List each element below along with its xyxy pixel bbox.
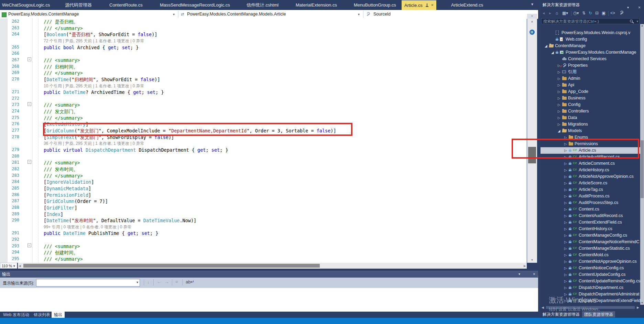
tab-wechatsougoulogic-cs[interactable]: WeChatSougouLogic.cs (2, 0, 50, 10)
chevron-expanded-icon[interactable]: ◢ (545, 43, 547, 49)
back-icon[interactable]: ◂ (543, 11, 545, 15)
tree-item-contentmanagestatistic-cs[interactable]: ▷C#ContentManageStatistic.cs (541, 245, 640, 252)
scroll-down-icon[interactable]: ▼ (527, 258, 537, 262)
scroll-left-icon[interactable]: ◀ (19, 264, 21, 268)
tab-contentroute-cs[interactable]: ContentRoute.cs (109, 0, 143, 10)
code-line-272[interactable]: 272 (0, 96, 527, 102)
chevron-collapsed-icon[interactable]: ▷ (564, 199, 567, 206)
tree-item-articletag-cs[interactable]: ▷C#ArticleTag.cs (541, 186, 640, 193)
project-dropdown[interactable]: PowerEasy.Modules.ContentManage (8, 10, 79, 19)
scroll-up-icon[interactable]: ▲ (640, 24, 644, 27)
properties-icon[interactable] (619, 11, 624, 16)
tree-item-auditprocess-cs[interactable]: ▷C#AuditProcess.cs (541, 193, 640, 199)
code-line-289[interactable]: 289[Index] (0, 212, 527, 218)
tree-item-powereasy-modules-contentmanage[interactable]: ◢PowerEasy.Modules.ContentManage (541, 49, 640, 56)
tree-item-content-cs[interactable]: ▷C#Content.cs (541, 206, 640, 213)
chevron-down-icon[interactable]: ▾ (636, 19, 638, 24)
code-line-292[interactable]: 292 (0, 237, 527, 244)
pending-changes-filter-icon[interactable]: ◷▾ (573, 11, 579, 15)
fold-collapse-icon[interactable]: − (28, 102, 31, 106)
chevron-collapsed-icon[interactable]: ▷ (558, 95, 560, 101)
tree-item-migrations[interactable]: ▷Migrations (541, 121, 640, 128)
bottom-tab-error-list[interactable]: 错误列表 (31, 312, 53, 318)
pin-icon[interactable] (425, 3, 428, 7)
tab-menubuttongroup-cs[interactable]: MenuButtonGroup.cs (354, 0, 396, 10)
tree-item-dispatchdepartment-cs[interactable]: ▷C#DispatchDepartment.cs (541, 284, 640, 291)
chevron-collapsed-icon[interactable]: ▷ (564, 252, 567, 258)
switch-views-icon[interactable]: ▦▾ (562, 11, 568, 15)
codelens-info[interactable]: 36 个引用 | 尹磊, 295 天前 | 1 名作者, 1 项更改 | 0 异… (44, 141, 144, 147)
clear-all-icon[interactable]: ≡ (175, 279, 178, 284)
chevron-collapsed-icon[interactable]: ▷ (564, 265, 567, 271)
tree-item-models[interactable]: ◢Models (541, 128, 640, 134)
output-panel-titlebar[interactable]: 输出 ▾ × (0, 271, 538, 278)
tree-item-auditprocessstep-cs[interactable]: ▷C#AuditProcessStep.cs (541, 199, 640, 206)
fold-collapse-icon[interactable]: − (28, 160, 31, 164)
code-line-269[interactable]: 269/// </summary> (0, 70, 527, 77)
tree-item-web-config[interactable]: Web.config (541, 36, 640, 43)
tab-materialextension-cs[interactable]: MaterialExtension.cs (296, 0, 337, 10)
chevron-collapsed-icon[interactable]: ▷ (564, 167, 567, 173)
code-line-286[interactable]: 286[PermissionField] (0, 192, 527, 199)
chevron-collapsed-icon[interactable]: ▷ (558, 75, 560, 82)
scrollbar-thumb[interactable] (23, 264, 320, 268)
code-line-293[interactable]: 293−/// <summary> (0, 244, 527, 250)
tree-item-connected-services[interactable]: Connected Services (541, 56, 640, 62)
tree-item-contentupdateconfig-cs[interactable]: ▷C#ContentUpdateConfig.cs (541, 271, 640, 278)
tree-item-contentupdateremindconfig-cs[interactable]: ▷C#ContentUpdateRemindConfig.cs (541, 278, 640, 284)
code-line-274[interactable]: 274/// 发文部门。 (0, 109, 527, 115)
codelens-info[interactable]: 10 个引用 | 尹磊, 295 天前 | 1 名作者, 1 项更改 | 0 异… (44, 83, 144, 89)
bottom-tab-output[interactable]: 输出 (52, 312, 65, 318)
tree-item-config[interactable]: ▷Config (541, 101, 640, 108)
tree-item-contentmold-cs[interactable]: ▷C#ContentMold.cs (541, 252, 640, 258)
bottom-tab-web-publish[interactable]: Web 发布活动 (1, 312, 32, 318)
tree-vertical-scrollbar[interactable]: ▲ ▼ (640, 24, 644, 305)
chevron-collapsed-icon[interactable]: ▷ (564, 213, 567, 219)
window-menu-icon[interactable]: ▾ (519, 271, 520, 278)
chevron-collapsed-icon[interactable]: ▷ (564, 258, 567, 265)
home-icon[interactable]: ⌂ (556, 11, 558, 15)
goto-next-message-icon[interactable]: ← (157, 279, 161, 284)
scroll-right-icon[interactable]: ▶ (524, 264, 526, 268)
code-line-262[interactable]: 262/// 是否归档。 (0, 19, 527, 25)
view-code-icon[interactable]: <> (610, 11, 615, 15)
tree-item-contentmanage[interactable]: ◢ContentManage (541, 43, 640, 49)
fold-collapse-icon[interactable]: − (28, 244, 31, 247)
codelens-info[interactable]: 99+ 引用 | 0 项更改 | 0 名作者, 0 项更改 | 0 异常 (44, 224, 132, 230)
tree-item-controllers[interactable]: ▷Controllers (541, 108, 640, 115)
code-line-285[interactable]: 285[DynamicMetadata] (0, 186, 527, 192)
split-window-handle[interactable]: ÷ (527, 14, 537, 19)
tree-item-contentnoticeconfig-cs[interactable]: ▷C#ContentNoticeConfig.cs (541, 265, 640, 271)
chevron-collapsed-icon[interactable]: ▷ (564, 219, 567, 226)
chevron-collapsed-icon[interactable]: ▷ (564, 180, 567, 186)
chevron-collapsed-icon[interactable]: ▷ (564, 232, 567, 239)
scroll-right-icon[interactable]: ▶ (637, 306, 639, 309)
tab-articleextend-cs[interactable]: ArticleExtend.cs (451, 0, 483, 10)
chevron-down-icon[interactable]: ▾ (173, 10, 175, 19)
goto-previous-message-icon[interactable]: ↓ (147, 279, 150, 284)
collapse-all-icon[interactable]: ⊟ (595, 11, 599, 15)
sync-with-active-document-icon[interactable]: ⇅ (582, 11, 586, 15)
tree-item-articlehistory-cs[interactable]: ▷C#ArticleHistory.cs (541, 167, 640, 173)
code-line-295[interactable]: 295/// </summary> (0, 256, 527, 263)
code-line-288[interactable]: 288[GridFilter] (0, 205, 527, 212)
toggle-word-wrap-icon[interactable]: ab↵ (186, 279, 194, 284)
tree-item-contentextendfield-cs[interactable]: ▷C#ContentExtendField.cs (541, 219, 640, 226)
tree-item-app-code[interactable]: ▷App_Code (541, 88, 640, 95)
output-content[interactable] (0, 288, 538, 312)
tree-item-articlenotapproveopinion-cs[interactable]: ▷C#ArticleNotApproveOpinion.cs (541, 173, 640, 180)
code-line-273[interactable]: 273−/// <summary> (0, 102, 527, 109)
tree-item-contentauditrecord-cs[interactable]: ▷C#ContentAuditRecord.cs (541, 213, 640, 219)
chevron-collapsed-icon[interactable]: ▷ (564, 278, 567, 284)
chevron-collapsed-icon[interactable]: ▷ (564, 206, 567, 213)
chevron-collapsed-icon[interactable]: ▷ (564, 226, 567, 232)
chevron-collapsed-icon[interactable]: ▷ (558, 88, 560, 95)
goto-next-message-icon[interactable]: → (164, 279, 169, 284)
scroll-up-icon[interactable]: ▲ (527, 20, 537, 23)
chevron-collapsed-icon[interactable]: ▷ (558, 69, 560, 75)
tab-masssendmessagerecordlogic-cs[interactable]: MassSendMessageRecordLogic.cs (160, 0, 230, 10)
scrollbar-thumb[interactable] (641, 140, 644, 198)
code-line-284[interactable]: 284[IgnoreValidation] (0, 179, 527, 186)
code-line-265[interactable]: 265public bool Archived { get; set; } (0, 45, 527, 51)
close-icon[interactable]: × (533, 271, 535, 278)
